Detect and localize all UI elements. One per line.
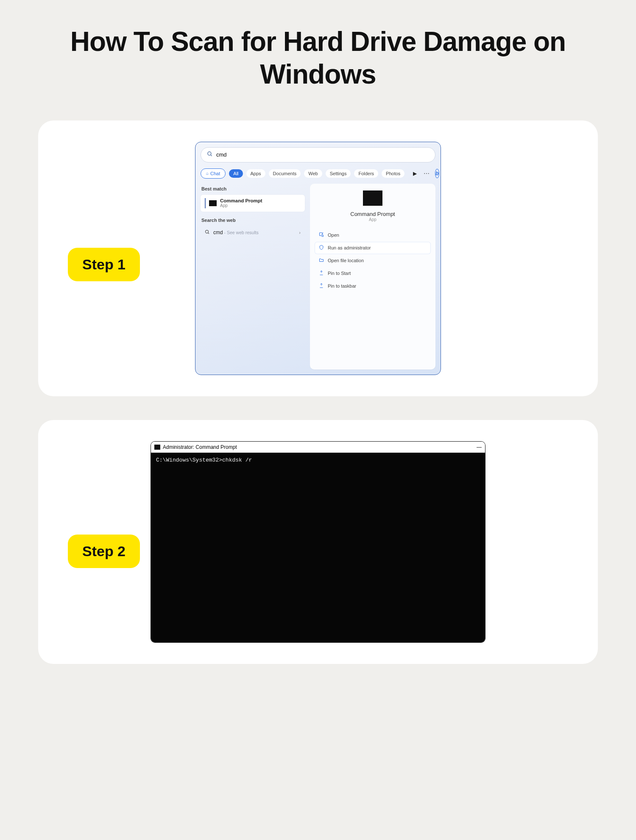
pin-icon xyxy=(318,283,324,289)
filter-row: ⌂ Chat All Apps Documents Web Settings F… xyxy=(201,168,435,179)
minimize-icon[interactable]: — xyxy=(477,444,482,450)
web-result-term: cmd xyxy=(213,230,223,235)
search-web-header: Search the web xyxy=(201,218,305,223)
action-open[interactable]: Open xyxy=(315,230,430,241)
results-left-column: Best match Command Prompt App Search the… xyxy=(201,184,305,370)
best-match-title: Command Prompt xyxy=(220,198,262,203)
action-pin-start-label: Pin to Start xyxy=(328,271,351,276)
command-prompt-window: Administrator: Command Prompt — C:\Windo… xyxy=(151,441,485,643)
pin-icon xyxy=(318,270,324,277)
play-icon[interactable]: ▶ xyxy=(411,171,418,176)
details-pane: Command Prompt App Open xyxy=(310,184,435,370)
action-run-admin-label: Run as administrator xyxy=(328,245,371,250)
filter-documents[interactable]: Documents xyxy=(269,169,301,178)
best-match-header: Best match xyxy=(201,186,305,191)
windows-search-panel: ⌂ Chat All Apps Documents Web Settings F… xyxy=(195,142,441,375)
action-pin-start[interactable]: Pin to Start xyxy=(315,268,430,279)
filter-all[interactable]: All xyxy=(229,169,243,178)
action-pin-taskbar[interactable]: Pin to taskbar xyxy=(315,280,430,292)
filter-apps[interactable]: Apps xyxy=(246,169,265,178)
search-bar[interactable] xyxy=(201,147,435,162)
filter-settings[interactable]: Settings xyxy=(326,169,351,178)
web-result-row[interactable]: cmd - See web results › xyxy=(201,226,305,239)
svg-line-3 xyxy=(208,232,209,234)
command-prompt-large-icon xyxy=(363,190,382,206)
search-icon xyxy=(205,230,210,236)
bing-icon[interactable]: b xyxy=(435,169,439,178)
action-run-admin[interactable]: Run as administrator xyxy=(315,242,430,254)
terminal-titlebar[interactable]: Administrator: Command Prompt — xyxy=(151,442,485,453)
chat-icon: ⌂ xyxy=(206,171,209,176)
details-subtitle: App xyxy=(369,217,377,222)
open-icon xyxy=(318,232,324,238)
svg-point-2 xyxy=(206,230,209,233)
search-input[interactable] xyxy=(216,151,429,158)
filter-folders[interactable]: Folders xyxy=(354,169,378,178)
action-open-label: Open xyxy=(328,232,339,238)
terminal-body[interactable]: C:\Windows\System32>chkdsk /r xyxy=(151,453,485,642)
best-match-item[interactable]: Command Prompt App xyxy=(201,195,305,212)
step-2-badge: Step 2 xyxy=(68,535,140,568)
shield-icon xyxy=(318,245,324,251)
selection-indicator xyxy=(205,198,206,208)
step-1-card: Step 1 ⌂ Chat All Apps Documents Web Set… xyxy=(38,120,598,396)
folder-icon xyxy=(318,258,324,264)
action-pin-taskbar-label: Pin to taskbar xyxy=(328,283,356,288)
search-icon xyxy=(207,151,213,158)
filter-web[interactable]: Web xyxy=(304,169,322,178)
action-open-location-label: Open file location xyxy=(328,258,364,263)
details-title: Command Prompt xyxy=(350,211,395,217)
best-match-subtitle: App xyxy=(220,203,262,208)
svg-point-0 xyxy=(208,152,211,155)
web-result-hint: - See web results xyxy=(223,230,259,235)
action-open-location[interactable]: Open file location xyxy=(315,255,430,266)
terminal-line: C:\Windows\System32>chkdsk /r xyxy=(156,457,480,463)
terminal-title: Administrator: Command Prompt xyxy=(163,444,237,450)
svg-line-1 xyxy=(211,155,212,156)
filter-photos[interactable]: Photos xyxy=(382,169,404,178)
command-prompt-icon xyxy=(154,445,160,450)
command-prompt-icon xyxy=(209,200,217,206)
step-2-card: Step 2 Administrator: Command Prompt — C… xyxy=(38,420,598,664)
filter-chat-label: Chat xyxy=(210,171,220,176)
page-title: How To Scan for Hard Drive Damage on Win… xyxy=(38,25,598,91)
filter-chat[interactable]: ⌂ Chat xyxy=(201,168,226,179)
step-1-badge: Step 1 xyxy=(68,248,140,281)
chevron-right-icon: › xyxy=(299,230,301,235)
more-icon[interactable]: ⋯ xyxy=(422,170,432,177)
